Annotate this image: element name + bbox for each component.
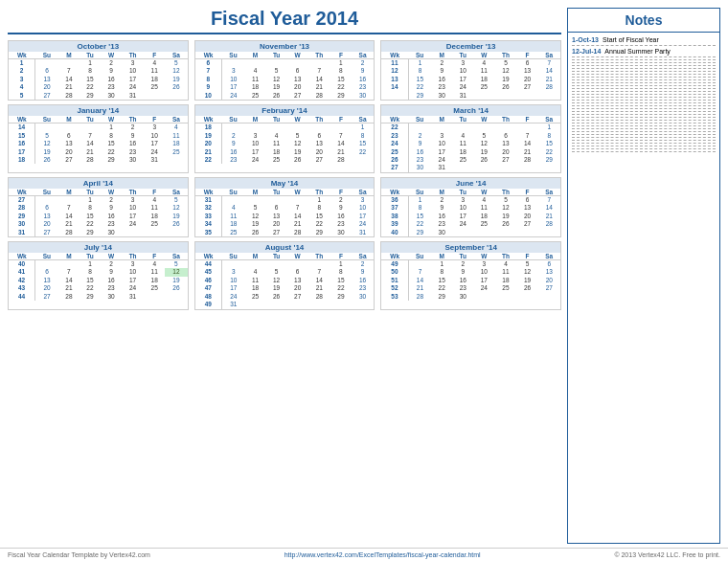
calendar-cell: 23 [221, 156, 244, 164]
calendar-cell: 23 [431, 220, 452, 228]
calendar-cell: 3 [221, 67, 244, 75]
calendar-cell [245, 260, 266, 269]
calendar-cell: 3 [452, 59, 473, 68]
calendar-cell: 7 [58, 67, 80, 75]
calendar-cell: 20 [308, 148, 330, 156]
calendar-cell: 21 [58, 83, 80, 91]
calendar-cell: 10 [473, 268, 494, 276]
month-block-2: December '13WkSuMTuWThFSa111234567128910… [380, 40, 561, 101]
calendar-cell: 18 [144, 213, 165, 220]
calendar-cell [494, 123, 516, 132]
calendar-cell: 24 [122, 83, 144, 91]
calendar-cell: 22 [308, 220, 330, 228]
calendar-cell: 15 [330, 277, 352, 284]
calendar-cell: 9 [195, 83, 222, 91]
notes-entry: 1-Oct-13Start of Fiscal Year [572, 36, 716, 43]
month-table: WkSuMTuWThFSa441245345678946101112131415… [195, 253, 375, 309]
calendar-cell: 5 [165, 260, 188, 269]
calendar-cell: 22 [408, 220, 431, 228]
calendar-cell [35, 195, 58, 204]
calendar-cell: 26 [494, 220, 516, 228]
calendar-cell: 14 [330, 140, 352, 147]
calendar-cell [308, 123, 330, 132]
month-title: June '14 [381, 178, 560, 189]
calendar-cell: 44 [9, 293, 35, 301]
calendar-cell: 13 [287, 277, 308, 284]
calendar-cell: 7 [287, 204, 308, 212]
calendar-cell: 25 [245, 293, 266, 301]
calendar-cell: 5 [494, 195, 516, 204]
calendar-cell: 40 [9, 260, 35, 269]
calendar-cell: 26 [265, 92, 286, 100]
calendar-cell: 7 [408, 268, 431, 276]
calendar-cell: 28 [408, 293, 431, 301]
calendar-cell: 12 [265, 76, 286, 83]
calendar-cell: 10 [245, 140, 266, 147]
calendar-cell: 3 [473, 260, 494, 269]
calendar-cell: 6 [287, 67, 308, 75]
calendar-cell: 19 [195, 132, 222, 140]
calendar-cell: 28 [58, 293, 80, 301]
calendar-cell: 16 [101, 277, 122, 284]
calendar-cell [287, 195, 308, 204]
calendar-cell: 30 [330, 229, 352, 236]
calendar-cell: 52 [381, 284, 408, 292]
calendar-cell: 11 [381, 59, 408, 68]
calendar-cell: 24 [122, 220, 144, 228]
calendar-cell: 14 [58, 213, 80, 220]
calendar-cell: 22 [330, 83, 352, 91]
calendar-cell: 23 [122, 148, 144, 156]
calendar-cell [537, 229, 560, 236]
calendar-cell: 27 [537, 284, 560, 292]
calendar-cell: 11 [144, 268, 165, 276]
month-table: WkSuMTuWThFSa612734567898101112131415169… [195, 52, 375, 100]
calendar-cell: 9 [122, 132, 144, 140]
calendar-cell: 30 [408, 164, 431, 171]
calendar-cell: 20 [517, 213, 538, 220]
calendar-cell: 53 [381, 293, 408, 301]
calendar-cell: 42 [9, 277, 35, 284]
calendar-cell: 13 [35, 76, 58, 83]
calendar-cell: 23 [101, 220, 122, 228]
calendar-cell: 26 [473, 156, 494, 164]
calendar-cell: 4 [221, 204, 244, 212]
calendar-cell: 36 [381, 195, 408, 204]
calendar-cell: 27 [517, 220, 538, 228]
calendar-cell: 21 [58, 220, 80, 228]
calendar-cell [308, 301, 330, 308]
calendar-cell [452, 123, 473, 132]
calendar-cell [494, 92, 516, 100]
calendar-cell: 25 [473, 220, 494, 228]
calendar-cell: 23 [101, 83, 122, 91]
calendar-cell: 3 [452, 195, 473, 204]
month-block-1: November '13WkSuMTuWThFSa612734567898101… [194, 40, 375, 101]
calendar-cell: 22 [80, 220, 101, 228]
month-title: January '14 [9, 105, 188, 116]
calendar-cell: 11 [245, 277, 266, 284]
month-table: WkSuMTuWThFSa181192345678209101112131415… [195, 116, 375, 164]
calendar-cell: 21 [408, 284, 431, 292]
calendar-cell [408, 123, 431, 132]
calendar-cell: 23 [431, 83, 452, 91]
calendar-cell [287, 260, 308, 269]
calendar-cell: 6 [195, 59, 222, 68]
month-table: WkSuMTuWThFSa271234528678910111229131415… [9, 189, 188, 236]
calendar-cell: 23 [330, 220, 352, 228]
calendar-cell: 2 [431, 195, 452, 204]
calendar-cell [308, 260, 330, 269]
month-block-3: January '14WkSuMTuWThFSa1412341556789101… [8, 104, 189, 173]
calendar-cell: 8 [352, 132, 375, 140]
calendar-cell: 9 [101, 204, 122, 212]
calendar-cell: 13 [35, 277, 58, 284]
calendar-cell: 32 [195, 204, 222, 212]
calendar-cell: 45 [195, 268, 222, 276]
calendar-cell [308, 59, 330, 68]
calendar-cell: 20 [58, 148, 80, 156]
notes-entry-text: Start of Fiscal Year [603, 36, 659, 43]
calendar-cell: 15 [101, 140, 122, 147]
calendar-cell: 3 [122, 59, 144, 68]
calendar-cell [452, 164, 473, 171]
calendar-cell: 34 [195, 220, 222, 228]
calendar-cell: 16 [352, 76, 375, 83]
calendar-cell [221, 59, 244, 68]
